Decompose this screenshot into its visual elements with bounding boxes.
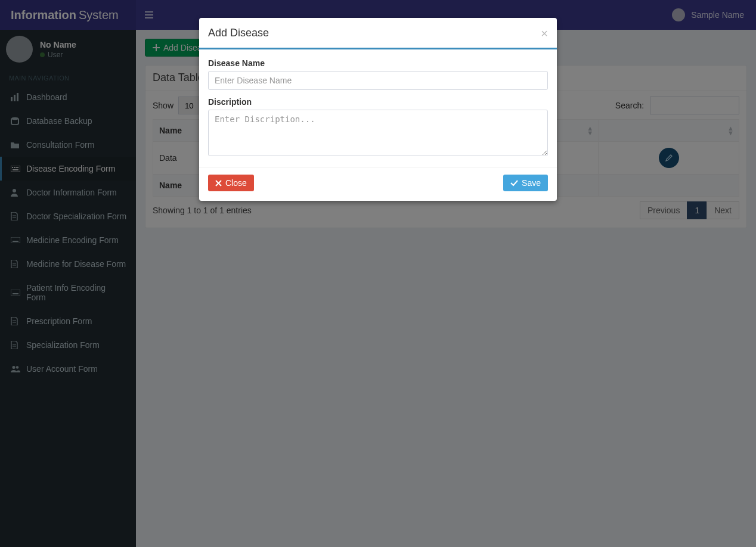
- modal-save-button[interactable]: Save: [503, 175, 548, 191]
- save-button-label: Save: [522, 178, 541, 188]
- times-icon: [215, 180, 222, 187]
- modal-close-action-button[interactable]: Close: [208, 175, 254, 191]
- check-icon: [510, 180, 518, 187]
- description-label: Discription: [208, 97, 548, 107]
- disease-name-input[interactable]: [208, 71, 548, 90]
- add-disease-modal: Add Disease × Disease Name Discription C…: [199, 18, 557, 201]
- modal-body: Disease Name Discription: [199, 49, 557, 167]
- close-button-label: Close: [225, 178, 247, 188]
- description-textarea[interactable]: [208, 110, 548, 156]
- modal-header: Add Disease ×: [199, 18, 557, 48]
- modal-title: Add Disease: [208, 27, 269, 39]
- modal-footer: Close Save: [199, 167, 557, 201]
- close-icon: ×: [541, 27, 548, 40]
- modal-close-button[interactable]: ×: [541, 27, 548, 39]
- disease-name-label: Disease Name: [208, 58, 548, 68]
